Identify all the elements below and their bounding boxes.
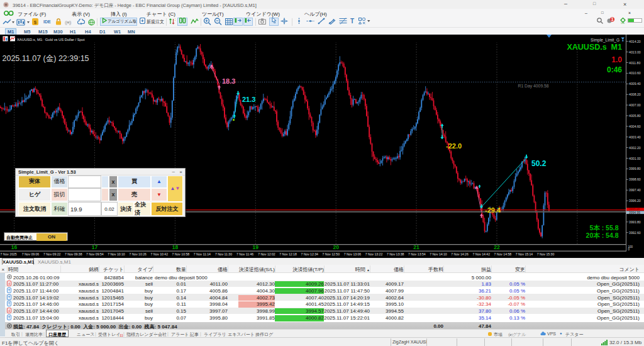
svg-text:7 Nov 15:30: 7 Nov 15:30	[537, 252, 555, 256]
svg-text:3998.60: 3998.60	[629, 177, 641, 181]
svg-text:20: 20	[333, 244, 339, 250]
svg-text:21.3: 21.3	[242, 96, 255, 103]
svg-text:7 Nov 10:58: 7 Nov 10:58	[172, 252, 190, 256]
svg-text:XAUUSD.s M1: XAUUSD.s M1	[567, 43, 622, 52]
svg-text:21: 21	[413, 244, 419, 250]
svg-text:4014.20: 4014.20	[629, 40, 641, 43]
svg-text:Simple_Limit_G: Simple_Limit_G	[591, 38, 619, 43]
svg-text:1: 1	[175, 18, 175, 21]
svg-text:R1 Day 4009.58: R1 Day 4009.58	[518, 84, 549, 89]
svg-text:7 Nov 12:34: 7 Nov 12:34	[301, 252, 318, 256]
svg-text:3992.60: 3992.60	[629, 231, 641, 235]
svg-text:7 Nov 11:14: 7 Nov 11:14	[194, 252, 211, 256]
svg-text:7 Nov 12:18: 7 Nov 12:18	[279, 252, 297, 256]
svg-text:2025.11.07 (金) 22:39:15: 2025.11.07 (金) 22:39:15	[3, 54, 89, 63]
svg-text:4010.60: 4010.60	[629, 71, 641, 75]
svg-text:$: $	[34, 20, 37, 25]
svg-text:4001.00: 4001.00	[629, 157, 641, 160]
svg-text:4008.20: 4008.20	[629, 92, 641, 96]
svg-text:4004.60: 4004.60	[629, 125, 641, 128]
svg-text:7 Nov 15:14: 7 Nov 15:14	[516, 252, 533, 256]
svg-text:-22.0: -22.0	[446, 142, 462, 150]
svg-text:4011.80: 4011.80	[629, 61, 640, 65]
svg-text:0:46: 0:46	[607, 65, 622, 74]
svg-text:7 Nov 10:10: 7 Nov 10:10	[108, 252, 125, 256]
svg-text:1.0: 1.0	[611, 55, 622, 64]
svg-text:7 Nov 11:30: 7 Nov 11:30	[215, 252, 232, 256]
svg-text:4002.20: 4002.20	[629, 146, 641, 150]
svg-text:18.3: 18.3	[222, 77, 235, 85]
svg-text:4009.40: 4009.40	[629, 82, 641, 86]
svg-text:7 Nov 14:10: 7 Nov 14:10	[430, 252, 447, 256]
svg-text:20本 : 54.8: 20本 : 54.8	[586, 232, 619, 239]
svg-text:7 Nov 09:06: 7 Nov 09:06	[22, 252, 40, 256]
svg-text:18: 18	[172, 244, 179, 250]
svg-text:3996.20: 3996.20	[629, 199, 641, 203]
svg-text:4003.40: 4003.40	[629, 135, 641, 139]
svg-text:-29.4: -29.4	[485, 206, 501, 214]
svg-text:4007.00: 4007.00	[629, 103, 641, 107]
svg-text:7 Nov 12:02: 7 Nov 12:02	[258, 252, 275, 256]
svg-text:50.2: 50.2	[531, 159, 547, 168]
svg-text:7 Nov 12:50: 7 Nov 12:50	[323, 252, 340, 256]
svg-text:7 Nov 10:26: 7 Nov 10:26	[129, 252, 147, 256]
svg-text:3999.80: 3999.80	[629, 167, 641, 170]
svg-text:1: 1	[611, 17, 614, 21]
svg-text:XAUUSD.s, M1: Gold vs US Doll: XAUUSD.s, M1: Gold vs US Dollar / Spot	[17, 38, 85, 42]
svg-text:3993.80: 3993.80	[629, 220, 641, 224]
svg-text:4005.80: 4005.80	[629, 114, 641, 118]
svg-text:7 Nov 11:46: 7 Nov 11:46	[236, 252, 253, 256]
svg-text:7 Nov 14:26: 7 Nov 14:26	[451, 252, 469, 256]
svg-text:7 Nov 09:54: 7 Nov 09:54	[86, 252, 104, 256]
svg-text:5本 : 55.8: 5本 : 55.8	[589, 224, 618, 232]
svg-text:7 Nov 13:54: 7 Nov 13:54	[408, 252, 426, 256]
svg-text:7 Nov 13:38: 7 Nov 13:38	[387, 252, 404, 256]
svg-text:7 Nov 10:42: 7 Nov 10:42	[151, 252, 169, 256]
svg-text:7 Nov 14:58: 7 Nov 14:58	[494, 252, 512, 256]
svg-text:LVL: LVL	[621, 21, 625, 23]
svg-text:7 Nov 09:38: 7 Nov 09:38	[65, 252, 82, 256]
svg-text:4013.00: 4013.00	[629, 50, 641, 54]
svg-text:7 Nov 13:06: 7 Nov 13:06	[344, 252, 362, 256]
svg-text:7 Nov 13:22: 7 Nov 13:22	[365, 252, 383, 256]
svg-text:7 Nov 09:22: 7 Nov 09:22	[43, 252, 61, 256]
svg-text:3997.40: 3997.40	[629, 188, 641, 192]
svg-text:16: 16	[11, 244, 18, 250]
svg-text:17: 17	[92, 244, 98, 250]
svg-text:22: 22	[494, 244, 500, 250]
svg-text:0: 0	[628, 248, 630, 251]
svg-text:7 Nov 2025: 7 Nov 2025	[1, 252, 17, 256]
svg-text:7 Nov 14:42: 7 Nov 14:42	[473, 252, 491, 256]
svg-text:3994.95: 3994.95	[629, 211, 640, 215]
svg-text:19: 19	[253, 244, 259, 250]
